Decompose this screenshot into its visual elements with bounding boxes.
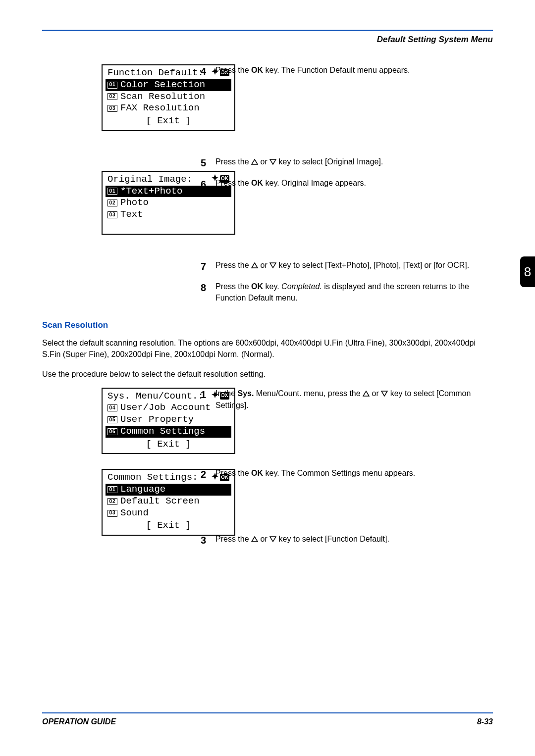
step-2: 2 Press the OK key. The Common Settings … xyxy=(201,467,493,482)
svg-marker-10 xyxy=(252,537,258,542)
lcd-title: Common Settings: xyxy=(107,472,198,484)
footer-page-number: 8-33 xyxy=(477,717,493,726)
svg-marker-2 xyxy=(252,159,258,164)
section-para: Select the default scanning resolution. … xyxy=(42,337,493,360)
footer-left: OPERATION GUIDE xyxy=(42,717,116,726)
down-triangle-icon xyxy=(381,388,388,400)
step-8: 8 Press the OK key. Completed. is displa… xyxy=(201,281,493,303)
step-4: 4 Press the OK key. The Function Default… xyxy=(201,64,493,79)
step-5: 5 Press the or key to select [Original I… xyxy=(201,156,493,170)
step-3: 3 Press the or key to select [Function D… xyxy=(201,533,493,548)
svg-marker-5 xyxy=(270,263,276,268)
lcd-title: Original Image: xyxy=(107,174,192,186)
up-triangle-icon xyxy=(251,260,258,271)
page-header: Default Setting System Menu xyxy=(42,35,493,45)
svg-marker-9 xyxy=(381,391,387,396)
svg-marker-3 xyxy=(270,159,276,164)
svg-marker-8 xyxy=(363,391,369,396)
section-para: Use the procedure below to select the de… xyxy=(42,368,493,380)
chapter-tab: 8 xyxy=(520,256,535,287)
down-triangle-icon xyxy=(269,534,276,545)
up-triangle-icon xyxy=(251,156,258,168)
down-triangle-icon xyxy=(269,156,276,168)
up-triangle-icon xyxy=(251,534,258,545)
down-triangle-icon xyxy=(269,260,276,271)
step-6: 6 Press the OK key. Original Image appea… xyxy=(201,177,493,192)
svg-marker-11 xyxy=(270,537,276,542)
step-7: 7 Press the or key to select [Text+Photo… xyxy=(201,259,493,274)
lcd-title: Function Default: xyxy=(107,67,204,79)
up-triangle-icon xyxy=(363,388,370,400)
section-heading-scan-resolution: Scan Resolution xyxy=(42,320,493,330)
svg-marker-4 xyxy=(252,263,258,268)
step-1: 1 In the Sys. Menu/Count. menu, press th… xyxy=(201,388,493,411)
lcd-title: Sys. Menu/Count.: xyxy=(107,391,204,403)
